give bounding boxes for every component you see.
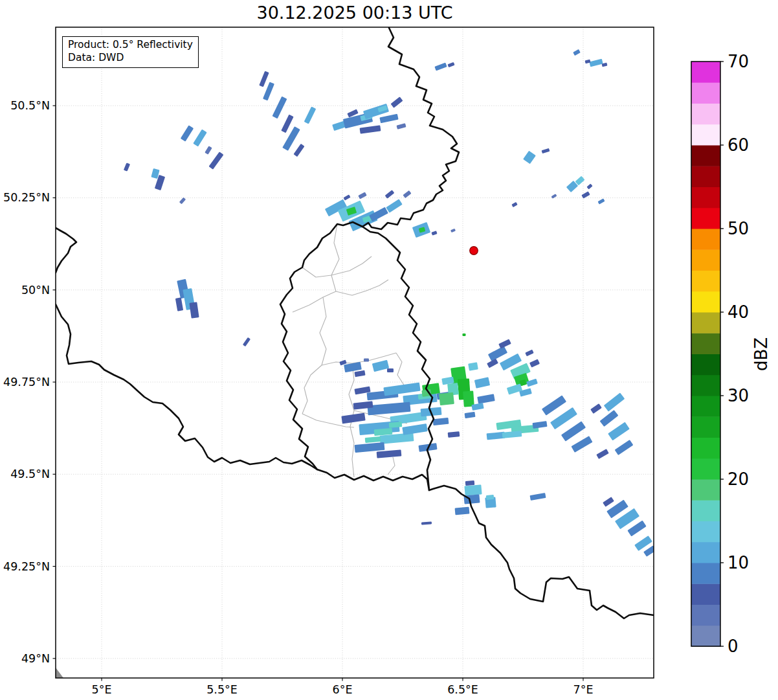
radar-echo-cell (542, 395, 566, 415)
colorbar-tick-label: 0 (728, 637, 739, 656)
colorbar-tick-label: 10 (728, 553, 749, 572)
radar-echo-cell (464, 484, 482, 495)
radar-echo-cell (477, 394, 495, 403)
map-content (56, 28, 656, 678)
radar-echo-cell (193, 130, 206, 147)
radar-echo-cell (272, 96, 287, 119)
radar-echo-cell (561, 421, 586, 441)
colorbar-segment (691, 479, 720, 501)
radar-echo-cell (358, 192, 366, 199)
radar-echo-cell (364, 359, 369, 362)
colorbar-axis-label: dBZ (751, 337, 771, 371)
radar-echo-cell (463, 333, 466, 336)
radar-echo-cell (581, 191, 590, 198)
radar-figure: { "title": "30.12.2025 00:13 UTC", "anno… (0, 0, 778, 700)
page-title: 30.12.2025 00:13 UTC (56, 3, 654, 23)
product-annotation-box: Product: 0.5° Reflectivity Data: DWD (62, 36, 199, 68)
colorbar-segment (691, 521, 720, 543)
radar-echo-cell (586, 184, 592, 190)
colorbar-segment (691, 416, 720, 438)
colorbar-segment (691, 208, 720, 229)
colorbar-segment (691, 312, 720, 333)
radar-echo-cell (421, 521, 432, 525)
colorbar-segment (691, 375, 720, 396)
radar-echo-cell (181, 125, 194, 141)
colorbar-segment (691, 249, 720, 271)
radar-echo-cell (385, 190, 395, 198)
colorbar-segment (691, 82, 720, 104)
radar-echo-cell (525, 350, 533, 357)
radar-echo-cell (488, 346, 507, 361)
radar-echo-cell (281, 115, 293, 133)
colorbar-segment (691, 104, 720, 125)
radar-echo-cell (498, 339, 511, 349)
radar-echo-cell (383, 383, 420, 396)
x-tick-label: 5°E (92, 683, 112, 696)
radar-echo-cell (551, 194, 557, 198)
y-tick-label: 50.25°N (3, 191, 50, 204)
colorbar-segment (691, 605, 720, 626)
radar-echo-cell (377, 449, 402, 458)
radar-echo-cell (589, 59, 603, 67)
radar-echo-cell (550, 407, 577, 429)
radar-echo-cell (124, 163, 130, 171)
radar-echo-cell (463, 390, 474, 407)
radar-echo-cell (402, 423, 427, 435)
corner-patch (56, 668, 63, 678)
y-tick-label: 49.25°N (3, 560, 50, 573)
y-tick-label: 49°N (21, 652, 50, 665)
radar-echo-cell (390, 96, 403, 107)
colorbar-tick-label: 40 (728, 302, 749, 322)
y-tick-label: 49.5°N (10, 468, 50, 480)
colorbar-segment (691, 354, 720, 376)
colorbar-segment (691, 396, 720, 417)
radar-echo-cell (175, 297, 183, 311)
colorbar-segment (691, 166, 720, 187)
radar-echo-cell (439, 392, 454, 405)
radar-echo-cell (365, 436, 381, 443)
radar-echo-cell (608, 422, 630, 441)
radar-echo-cell (600, 410, 619, 427)
colorbar-segment (691, 542, 720, 563)
radar-echo-cell (403, 190, 411, 198)
radar-echo-cell (465, 412, 476, 418)
colorbar-segment (691, 271, 720, 292)
radar-echo-cell (259, 71, 269, 87)
radar-echo-cell (179, 198, 186, 205)
radar-echo-cell (523, 151, 536, 164)
radar-echoes (124, 49, 656, 557)
radar-echo-cell (379, 114, 398, 124)
radar-echo-cell (434, 63, 447, 71)
radar-echo-cell (341, 413, 365, 424)
map-plot: 5°E5.5°E6°E6.5°E7°E50.5°N50.25°N50°N49.7… (0, 0, 778, 700)
radar-echo-cell (532, 421, 547, 429)
radar-echo-cell (304, 107, 317, 124)
colorbar-tick-label: 70 (728, 52, 749, 71)
colorbar-segment (691, 500, 720, 521)
radar-echo-cell (529, 359, 540, 367)
radar-echo-cell (615, 440, 634, 455)
colorbar-segment (691, 62, 720, 83)
y-tick-label: 50.5°N (10, 99, 50, 112)
data-source-line: Data: DWD (68, 51, 193, 64)
radar-echo-cell (502, 431, 522, 438)
colorbar-segment (691, 291, 720, 313)
colorbar-segment (691, 458, 720, 480)
colorbar-segment (691, 229, 720, 250)
radar-echo-cell (354, 370, 365, 378)
y-tick-label: 50°N (21, 284, 50, 297)
colorbar-segment (691, 333, 720, 354)
radar-site-marker (470, 247, 478, 255)
radar-echo-cell (542, 148, 550, 153)
radar-echo-cell (243, 337, 250, 346)
radar-echo-cell (293, 144, 304, 157)
radar-echo-cell (263, 82, 274, 101)
radar-echo-cell (360, 125, 381, 133)
axis-ticks (53, 106, 584, 681)
x-tick-label: 6.5°E (447, 683, 478, 696)
radar-echo-cell (387, 368, 394, 372)
radar-echo-cell (590, 403, 602, 414)
radar-echo-cell (355, 442, 385, 453)
radar-echo-cell (344, 362, 362, 372)
x-tick-label: 6°E (333, 683, 353, 696)
